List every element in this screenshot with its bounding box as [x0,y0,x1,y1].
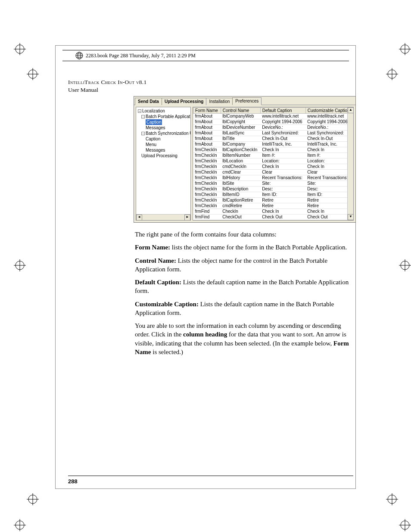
table-row[interactable]: frmCheckInlblItemIDItem ID:Item ID: [193,192,353,198]
settings-dialog-screenshot: Send DataUpload ProcessingInstallationPr… [134,96,356,223]
paragraph: The right pane of the form contains four… [135,230,350,239]
vertical-scrollbar[interactable]: ▲ ▼ [347,107,353,220]
table-cell: frmFind [193,209,221,215]
text-run: is selected.) [151,348,184,355]
table-cell: lblLocation [221,159,260,164]
table-cell: DeviceNo.: [260,125,305,131]
table-row[interactable]: frmCheckIncmdRetireRetireRetire [193,203,353,209]
table-cell: lblItemNumber [221,153,260,159]
table-cell: cmdCheckIn [221,164,260,170]
scroll-down-button[interactable]: ▼ [348,214,354,220]
tab-upload-processing[interactable]: Upload Processing [162,98,207,105]
tree-root[interactable]: –Localization [138,108,190,114]
table-cell: lblDescription [221,187,260,192]
registration-mark-icon [27,68,39,80]
table-cell: frmFind [193,220,221,221]
table-cell: lblTitle [221,136,260,142]
table-cell: Last Synchronized: [305,131,353,136]
running-head: IntelliTrack Check In-Out v8.1 User Manu… [68,78,240,94]
table-row[interactable]: frmAboutlblCompanyIntelliTrack, Inc.Inte… [193,142,353,147]
definition: lists the object name for the form in th… [170,244,347,251]
table-cell: lblDeviceNumber [221,125,260,131]
table-cell: Retire [305,198,353,203]
page-tag-text: 2283.book Page 288 Thursday, July 7, 201… [86,53,196,59]
table-row[interactable]: frmCheckInlblDescriptionDesc:Desc: [193,187,353,192]
tree-node[interactable]: Caption [138,119,190,125]
table-row[interactable]: frmAboutlblCopyrightCopyright 1994-2006C… [193,119,353,125]
table-row[interactable]: frmCheckIncmdClearClearClear [193,170,353,175]
table-cell: CheckOut [221,215,260,220]
scroll-right-button[interactable]: ► [184,215,190,221]
table-cell: Check In-Out [305,136,353,142]
registration-mark-icon [399,259,411,271]
registration-mark-icon [14,519,26,531]
table-row[interactable]: frmAboutlblDeviceNumberDeviceNo.:DeviceN… [193,125,353,131]
registration-mark-icon [386,68,398,80]
table-cell: frmAbout [193,136,221,142]
page-number: 288 [68,478,78,529]
tab-preferences[interactable]: Preferences [232,97,262,105]
table-cell: Desc: [260,187,305,192]
table-row[interactable]: frmCheckIncmdCheckInCheck InCheck In [193,164,353,170]
table-cell: Location: [260,159,305,164]
scroll-up-button[interactable]: ▲ [348,107,354,113]
tree-node[interactable]: Upload Processing [138,153,190,159]
table-row[interactable]: frmFindRetireRetireRetire [193,220,353,221]
captions-table[interactable]: Form NameControl NameDefault CaptionCust… [193,107,353,221]
table-cell: frmFind [193,215,221,220]
table-cell: Last Synchronized: [260,131,305,136]
tree-node[interactable]: Messages [138,147,190,153]
tree-node[interactable]: Messages [138,125,190,131]
term: Control Name: [135,257,176,264]
table-cell: Check In [260,147,305,153]
column-header[interactable]: Form Name [193,108,221,114]
table-row[interactable]: frmCheckInlblItemNumberItem #:Item #: [193,153,353,159]
table-cell: Retire [260,203,305,209]
table-cell: Desc: [305,187,353,192]
page-tag: 2283.book Page 288 Thursday, July 7, 201… [62,50,349,61]
table-row[interactable]: frmCheckInlblCaptionCheckInCheck InCheck… [193,147,353,153]
paragraph: Customizable Caption: Lists the default … [135,300,350,317]
table-cell: lblCompany [221,142,260,147]
table-cell: DeviceNo.: [305,125,353,131]
tab-installation[interactable]: Installation [206,98,233,105]
table-row[interactable]: frmCheckInlblSiteSite:Site: [193,181,353,187]
table-row[interactable]: frmFindCheckOutCheck OutCheck Out [193,215,353,220]
table-row[interactable]: frmAboutlblCompanyWebwww.intellitrack.ne… [193,114,353,119]
tab-bar: Send DataUpload ProcessingInstallationPr… [134,96,355,105]
table-cell: www.intellitrack.net [260,114,305,119]
table-cell: frmCheckIn [193,198,221,203]
table-row[interactable]: frmCheckInlblHistoryRecent Transactions:… [193,175,353,181]
column-header[interactable]: Default Caption [260,108,305,114]
table-cell: Recent Transactions: [305,175,353,181]
registration-mark-icon [386,493,398,505]
tree-node[interactable]: Menu [138,142,190,147]
grid-pane[interactable]: Form NameControl NameDefault CaptionCust… [193,107,354,221]
table-cell: Copyright 1994-2006 [260,119,305,125]
table-row[interactable]: frmAboutlblLastSyncLast Synchronized:Las… [193,131,353,136]
table-row[interactable]: frmCheckInlblLocationLocation:Location: [193,159,353,164]
table-cell: Location: [305,159,353,164]
paragraph: Default Caption: Lists the default capti… [135,278,350,296]
horizontal-scrollbar[interactable]: ◄ ► [136,214,190,220]
tree-node[interactable]: Caption [138,136,190,142]
table-cell: Recent Transactions: [260,175,305,181]
table-row[interactable]: frmCheckInlblCaptionRetireRetireRetire [193,198,353,203]
column-header[interactable]: Control Name [221,108,260,114]
paragraph: You are able to sort the information in … [135,321,350,356]
column-header[interactable]: Customizable Caption [305,108,353,114]
registration-mark-icon [399,43,411,55]
tab-send-data[interactable]: Send Data [135,98,162,105]
tree-node[interactable]: -Batch Synchronization Utility [138,131,190,136]
table-cell: frmCheckIn [193,170,221,175]
tree-node[interactable]: -Batch Portable Application [138,114,190,119]
scroll-left-button[interactable]: ◄ [136,215,142,221]
table-cell: www.intellitrack.net [305,114,353,119]
table-cell: Retire [221,220,260,221]
table-row[interactable]: frmAboutlblTitleCheck In-OutCheck In-Out [193,136,353,142]
table-cell: CheckIn [221,209,260,215]
table-row[interactable]: frmFindCheckInCheck InCheck In [193,209,353,215]
tree-pane[interactable]: –Localization -Batch Portable Applicatio… [136,107,191,221]
table-cell: frmAbout [193,142,221,147]
table-cell: Check In [260,164,305,170]
